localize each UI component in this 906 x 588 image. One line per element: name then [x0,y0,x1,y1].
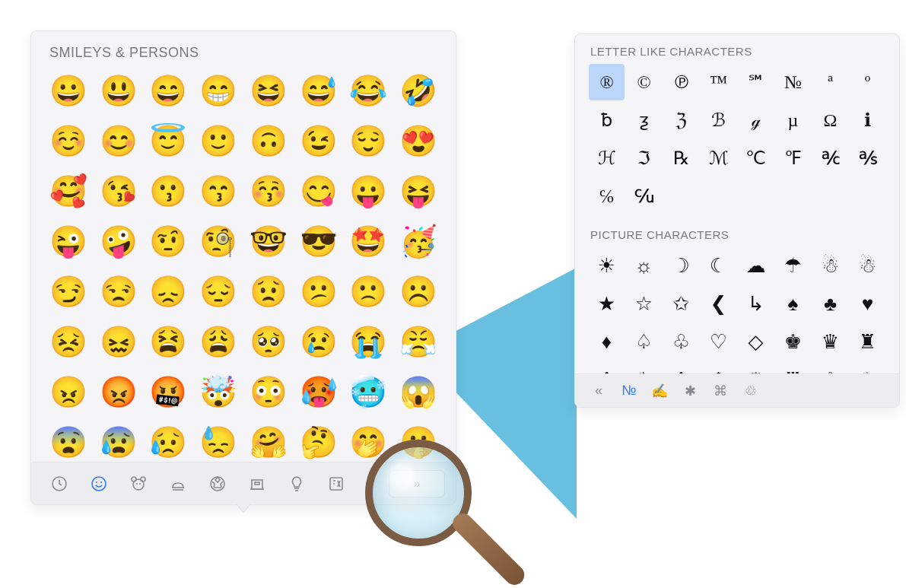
picture-char-cell[interactable]: ♥ [850,285,885,322]
emoji-cell[interactable]: 😔 [198,271,239,312]
letter-char-cell[interactable]: ® [589,64,625,100]
letter-char-cell[interactable]: µ [775,102,811,138]
emoji-cell[interactable]: 😭 [348,321,389,362]
letter-char-cell[interactable]: ℆ [626,178,662,215]
letter-char-cell[interactable]: ℳ [701,140,736,176]
picture-char-cell[interactable]: ☁ [738,247,774,284]
animals-icon[interactable] [121,466,156,501]
picture-char-cell[interactable]: ♛ [812,323,848,360]
emoji-cell[interactable]: 🤔 [298,421,339,462]
letter-char-cell[interactable]: Ω [812,102,848,138]
command-icon[interactable]: ⌘ [706,378,735,404]
emoji-cell[interactable]: 🤣 [398,70,439,111]
emoji-cell[interactable]: 🤯 [198,371,239,412]
letter-char-cell[interactable]: ƀ [589,102,625,138]
emoji-cell[interactable]: 😒 [98,271,139,312]
emoji-cell[interactable]: 😩 [198,321,239,362]
letter-char-cell[interactable]: ƺ [626,102,662,138]
emoji-cell[interactable]: 😍 [398,120,439,161]
signature-icon[interactable]: ✍ [645,378,674,404]
emoji-cell[interactable]: 😤 [398,321,439,362]
letter-char-cell[interactable]: ℞ [663,140,699,176]
picture-char-cell[interactable]: ☼ [626,247,662,284]
emoji-cell[interactable]: 😙 [198,170,239,211]
emoji-cell[interactable]: 😘 [98,170,139,211]
emoji-cell[interactable]: 😰 [98,421,139,462]
emoji-cell[interactable]: ☹️ [398,271,439,312]
emoji-cell[interactable]: 😠 [48,371,89,412]
picture-char-cell[interactable]: ♤ [626,323,662,360]
picture-char-cell[interactable]: ☾ [701,247,736,284]
letter-char-cell[interactable]: ℋ [589,140,625,176]
emoji-cell[interactable]: 🤩 [348,221,389,262]
letter-char-cell[interactable]: ℉ [775,140,811,176]
emoji-cell[interactable]: 🥵 [298,371,339,412]
emoji-cell[interactable]: 🤓 [248,221,289,262]
emoji-cell[interactable]: 🧐 [198,221,239,262]
travel-icon[interactable] [240,466,275,501]
letter-char-cell[interactable]: ℨ [663,102,699,138]
picture-char-cell[interactable]: ☆ [626,285,662,322]
recent-icon[interactable] [42,466,77,501]
letter-char-cell[interactable]: ℹ [850,102,885,138]
emoji-cell[interactable]: 😊 [98,120,139,161]
objects-icon[interactable] [279,466,314,501]
emoji-cell[interactable]: 🥳 [398,221,439,262]
emoji-cell[interactable]: ☺️ [48,120,89,161]
emoji-cell[interactable]: 😨 [48,421,89,462]
emoji-cell[interactable]: 😆 [248,70,289,111]
emoji-cell[interactable]: 😣 [48,321,89,362]
letter-char-cell[interactable]: ℁ [850,140,885,176]
emoji-cell[interactable]: 🙃 [248,120,289,161]
emoji-cell[interactable]: 😱 [398,371,439,412]
emoji-cell[interactable]: 😃 [98,70,139,111]
emoji-cell[interactable]: 🤬 [148,371,189,412]
symbols-icon[interactable] [319,466,354,501]
picture-char-cell[interactable]: ♚ [775,323,811,360]
number-icon[interactable]: № [615,378,644,404]
recycle-icon[interactable]: ♲ [736,378,765,404]
emoji-cell[interactable]: 😳 [248,371,289,412]
emoji-cell[interactable]: 😂 [348,70,389,111]
letter-char-cell[interactable]: ℅ [589,178,625,215]
picture-char-cell[interactable]: ☂ [775,247,811,284]
emoji-cell[interactable]: 😏 [48,271,89,312]
picture-char-cell[interactable]: ♧ [663,323,699,360]
emoji-cell[interactable]: 😄 [148,70,189,111]
emoji-cell[interactable]: 😕 [298,271,339,312]
emoji-cell[interactable]: 😢 [298,321,339,362]
emoji-cell[interactable]: 😡 [98,371,139,412]
letter-char-cell[interactable]: ℊ [738,102,774,138]
emoji-cell[interactable]: 😌 [348,120,389,161]
letter-char-cell[interactable]: ª [812,64,848,100]
emoji-cell[interactable]: 😇 [148,120,189,161]
more-categories-button[interactable]: » [389,470,445,497]
letter-char-cell[interactable]: ℠ [738,64,774,100]
letter-char-cell[interactable]: º [850,64,885,100]
emoji-cell[interactable]: 🥶 [348,371,389,412]
emoji-cell[interactable]: 😉 [298,120,339,161]
letter-char-cell[interactable]: № [775,64,811,100]
picture-char-cell[interactable]: ✩ [663,285,699,322]
emoji-cell[interactable]: 🤗 [248,421,289,462]
food-icon[interactable] [161,466,196,501]
emoji-cell[interactable]: 😁 [198,70,239,111]
letter-char-cell[interactable]: ℑ [626,140,662,176]
emoji-cell[interactable]: 😛 [348,170,389,211]
picture-char-cell[interactable]: ★ [589,285,625,322]
picture-char-cell[interactable]: ♜ [850,323,885,360]
picture-char-cell[interactable]: ☃ [850,247,885,284]
letter-char-cell[interactable]: ℗ [663,64,699,100]
picture-char-cell[interactable]: ❮ [701,285,736,322]
letter-char-cell[interactable]: ™ [701,64,736,100]
emoji-cell[interactable]: 🤪 [98,221,139,262]
emoji-cell[interactable]: 🤭 [348,421,389,462]
emoji-cell[interactable]: 🥺 [248,321,289,362]
emoji-cell[interactable]: 😀 [48,70,89,111]
emoji-cell[interactable]: 😚 [248,170,289,211]
letter-char-cell[interactable]: © [626,64,662,100]
emoji-cell[interactable]: 🙂 [198,120,239,161]
emoji-cell[interactable]: 🤫 [398,421,439,462]
emoji-cell[interactable]: 😖 [98,321,139,362]
emoji-cell[interactable]: 😋 [298,170,339,211]
